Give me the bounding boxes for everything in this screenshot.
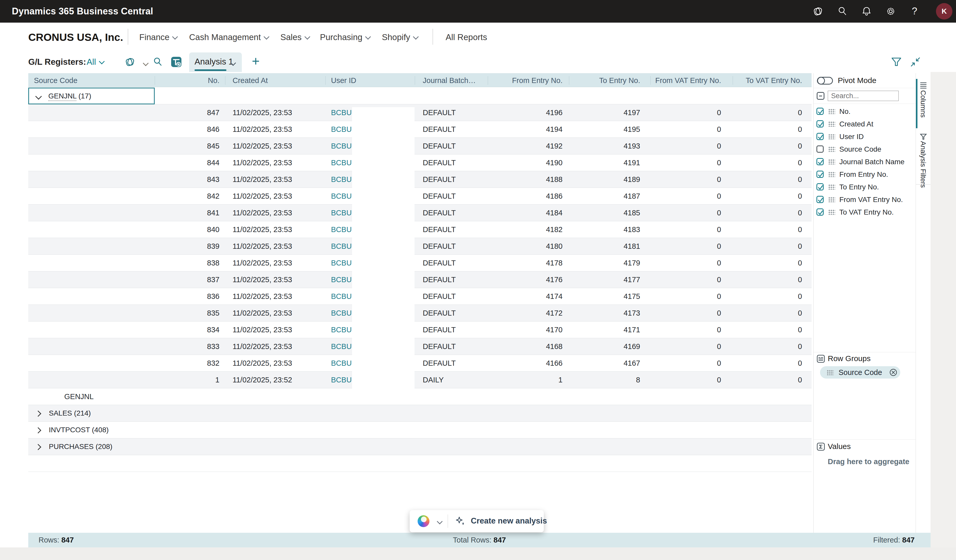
analysis-data-grid: Source Code No. Created At User ID Journ…: [28, 73, 811, 474]
chevron-down-icon[interactable]: [437, 519, 443, 525]
cell-no: 844: [142, 154, 220, 171]
chevron-collapsed-icon[interactable]: [35, 411, 41, 417]
checkbox-checked[interactable]: [816, 208, 824, 216]
checkbox-checked[interactable]: [816, 120, 824, 127]
table-row[interactable]: 84311/02/2025, 23:53BCBUILDEFAULT4188418…: [28, 171, 811, 188]
cell-from-entry: 4192: [486, 138, 563, 154]
drag-handle-icon[interactable]: [828, 134, 835, 139]
checkbox-checked[interactable]: [816, 196, 824, 203]
search-icon[interactable]: [837, 6, 848, 17]
add-analysis-tab-button[interactable]: +: [252, 52, 259, 72]
nav-menu-shopify[interactable]: Shopify: [382, 23, 418, 52]
settings-gear-icon[interactable]: [885, 6, 896, 17]
col-header-created-at[interactable]: Created At: [233, 74, 268, 87]
nav-all-reports[interactable]: All Reports: [446, 23, 487, 52]
company-name[interactable]: CRONUS USA, Inc.: [28, 23, 123, 52]
avatar[interactable]: K: [936, 3, 953, 19]
drag-handle-icon[interactable]: [828, 197, 835, 202]
analysis-mode-icon[interactable]: [171, 56, 182, 68]
col-header-no[interactable]: No.: [142, 74, 220, 87]
table-row[interactable]: 83511/02/2025, 23:53BCBUILDEFAULT4172417…: [28, 305, 811, 321]
table-row[interactable]: 84411/02/2025, 23:53BCBUILDEFAULT4190419…: [28, 154, 811, 171]
collapsed-group-row[interactable]: INVTPCOST (408): [28, 422, 811, 439]
remove-group-icon[interactable]: [890, 368, 897, 376]
nav-menu-purchasing[interactable]: Purchasing: [320, 23, 370, 52]
filter-icon[interactable]: [891, 56, 902, 68]
drag-handle-icon[interactable]: [828, 209, 835, 215]
table-row[interactable]: 83911/02/2025, 23:53BCBUILDEFAULT4180418…: [28, 238, 811, 255]
tab-analysis-1[interactable]: Analysis 1: [189, 52, 242, 72]
group-header-cell-genjnl[interactable]: GENJNL (17): [28, 88, 155, 104]
row-group-pill-source-code[interactable]: Source Code: [820, 366, 900, 379]
copilot-icon[interactable]: [124, 56, 135, 68]
tab-analysis-filters[interactable]: Analysis Filters: [919, 141, 927, 188]
table-row[interactable]: 84011/02/2025, 23:53BCBUILDEFAULT4182418…: [28, 221, 811, 238]
chevron-down-icon[interactable]: [143, 60, 149, 66]
search-icon[interactable]: [152, 56, 164, 68]
chevron-collapsed-icon[interactable]: [35, 444, 41, 450]
help-icon[interactable]: ?: [912, 0, 917, 23]
table-row[interactable]: 84211/02/2025, 23:53BCBUILDEFAULT4186418…: [28, 188, 811, 204]
chevron-expanded-icon[interactable]: [35, 93, 42, 99]
table-row[interactable]: 111/02/2025, 23:52BCBUILDAILY1800: [28, 371, 811, 389]
col-header-to-vat-entry[interactable]: To VAT Entry No.: [725, 74, 802, 87]
pivot-mode-toggle[interactable]: [817, 77, 833, 85]
col-header-user-id[interactable]: User ID: [331, 74, 356, 87]
nav-menu-finance[interactable]: Finance: [139, 23, 177, 52]
table-row[interactable]: 83211/02/2025, 23:53BCBUILDEFAULT4166416…: [28, 355, 811, 371]
redaction-overlay: [352, 107, 415, 389]
nav-menu-sales[interactable]: Sales: [280, 23, 310, 52]
col-header-to-entry[interactable]: To Entry No.: [563, 74, 640, 87]
chevron-down-icon: [304, 34, 310, 40]
col-header-source-code[interactable]: Source Code: [34, 74, 77, 87]
chevron-down-icon: [99, 58, 105, 64]
col-header-journal-batch[interactable]: Journal Batch…: [423, 74, 476, 87]
table-row[interactable]: 83711/02/2025, 23:53BCBUILDEFAULT4176417…: [28, 271, 811, 288]
nav-menu-cash-management[interactable]: Cash Management: [189, 23, 269, 52]
table-row[interactable]: 83411/02/2025, 23:53BCBUILDEFAULT4170417…: [28, 321, 811, 338]
col-header-from-entry[interactable]: From Entry No.: [486, 74, 563, 87]
collapse-icon[interactable]: [910, 56, 921, 68]
drag-handle-icon[interactable]: [827, 370, 834, 375]
table-row[interactable]: 83311/02/2025, 23:53BCBUILDEFAULT4168416…: [28, 338, 811, 355]
page-toolbar: G/L Registers: All Analysis 1 +: [0, 52, 956, 72]
tab-columns[interactable]: Columns: [919, 90, 927, 118]
drag-handle-icon[interactable]: [828, 184, 835, 190]
checkbox-checked[interactable]: [816, 108, 824, 115]
table-row[interactable]: 83811/02/2025, 23:53BCBUILDEFAULT4178417…: [28, 255, 811, 271]
cell-journal-batch: DEFAULT: [423, 255, 456, 271]
cell-journal-batch: DEFAULT: [423, 338, 456, 355]
scope-dropdown[interactable]: All: [86, 52, 104, 72]
table-row[interactable]: 83611/02/2025, 23:53BCBUILDEFAULT4174417…: [28, 288, 811, 305]
cell-created-at: 11/02/2025, 23:52: [233, 371, 292, 389]
notifications-bell-icon[interactable]: [861, 6, 872, 17]
field-search-input[interactable]: [828, 91, 899, 101]
drag-handle-icon[interactable]: [828, 159, 835, 165]
table-row[interactable]: 84511/02/2025, 23:53BCBUILDEFAULT4192419…: [28, 138, 811, 154]
checkbox-checked[interactable]: [816, 183, 824, 190]
table-row[interactable]: 84611/02/2025, 23:53BCBUILDEFAULT4194419…: [28, 121, 811, 138]
table-row[interactable]: 84711/02/2025, 23:53BCBUILDEFAULT4196419…: [28, 104, 811, 121]
cell-created-at: 11/02/2025, 23:53: [233, 321, 292, 338]
checkbox-unchecked[interactable]: [816, 145, 824, 153]
group-header-row[interactable]: GENJNL (17): [28, 88, 811, 104]
select-all-indeterminate-checkbox[interactable]: [817, 92, 824, 100]
collapsed-group-row[interactable]: SALES (214): [28, 405, 811, 422]
cell-to-entry: 4169: [563, 338, 640, 355]
collapsed-group-row[interactable]: PURCHASES (208): [28, 439, 811, 455]
drag-handle-icon[interactable]: [828, 171, 835, 177]
drag-handle-icon[interactable]: [828, 146, 835, 152]
drag-handle-icon[interactable]: [828, 109, 835, 114]
field-label: Journal Batch Name: [839, 156, 905, 168]
drag-handle-icon[interactable]: [828, 121, 835, 127]
cell-to-entry: 4181: [563, 238, 640, 255]
checkbox-checked[interactable]: [816, 158, 824, 165]
copilot-icon[interactable]: [812, 6, 823, 17]
copilot-logo-icon[interactable]: [418, 515, 429, 527]
chevron-collapsed-icon[interactable]: [35, 427, 41, 433]
table-row[interactable]: 84111/02/2025, 23:53BCBUILDEFAULT4184418…: [28, 204, 811, 221]
col-header-from-vat-entry[interactable]: From VAT Entry No.: [644, 74, 721, 87]
checkbox-checked[interactable]: [816, 171, 824, 178]
create-new-analysis-button[interactable]: Create new analysis: [471, 510, 547, 532]
checkbox-checked[interactable]: [816, 133, 824, 140]
